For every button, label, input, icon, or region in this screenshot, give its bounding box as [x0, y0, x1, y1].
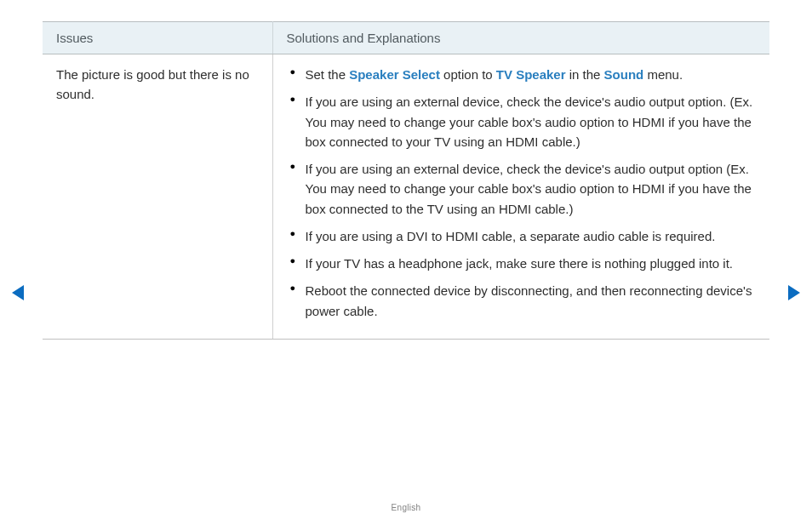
- footer-language: English: [0, 503, 812, 512]
- table-header-row: Issues Solutions and Explanations: [43, 22, 769, 54]
- chevron-right-icon: [786, 283, 802, 302]
- chevron-left-icon: [10, 283, 26, 302]
- solution-text: Reboot the connected device by disconnec…: [306, 283, 752, 317]
- solutions-list: Set the Speaker Select option to TV Spea…: [287, 65, 757, 321]
- solution-item: Reboot the connected device by disconnec…: [306, 281, 757, 321]
- solution-text: If you are using an external device, che…: [306, 94, 753, 149]
- next-page-arrow[interactable]: [786, 283, 802, 305]
- solutions-cell: Set the Speaker Select option to TV Spea…: [272, 54, 769, 340]
- keyword: Sound: [604, 67, 644, 82]
- keyword: TV Speaker: [496, 67, 566, 82]
- solution-item: If you are using an external device, che…: [306, 159, 757, 219]
- solution-item: If you are using an external device, che…: [306, 92, 757, 151]
- solution-text: in the: [566, 67, 604, 82]
- prev-page-arrow[interactable]: [10, 283, 26, 305]
- solution-item: If your TV has a headphone jack, make su…: [306, 254, 757, 273]
- svg-marker-1: [788, 285, 800, 300]
- solution-item: If you are using a DVI to HDMI cable, a …: [306, 226, 757, 246]
- solution-text: If you are using an external device, che…: [306, 162, 752, 216]
- header-solutions: Solutions and Explanations: [272, 22, 769, 54]
- issue-cell: The picture is good but there is no soun…: [43, 54, 272, 340]
- keyword: Speaker Select: [349, 67, 440, 82]
- page-content: Issues Solutions and Explanations The pi…: [0, 0, 812, 340]
- solution-text: If your TV has a headphone jack, make su…: [306, 256, 734, 271]
- solution-item: Set the Speaker Select option to TV Spea…: [306, 65, 757, 84]
- header-issues: Issues: [43, 22, 272, 54]
- solution-text: menu.: [643, 67, 683, 82]
- table-row: The picture is good but there is no soun…: [43, 54, 769, 340]
- troubleshoot-table: Issues Solutions and Explanations The pi…: [43, 21, 769, 340]
- solution-text: If you are using a DVI to HDMI cable, a …: [306, 229, 716, 243]
- solution-text: Set the: [306, 67, 350, 82]
- solution-text: option to: [440, 67, 496, 82]
- svg-marker-0: [12, 285, 24, 300]
